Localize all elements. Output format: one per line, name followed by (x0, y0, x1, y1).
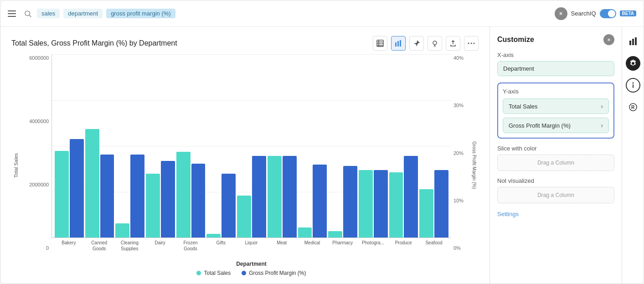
x-axis-label: X-axis (497, 52, 614, 58)
bar-teal-9[interactable] (328, 231, 342, 238)
svg-point-0 (25, 11, 30, 16)
bar-chart-button[interactable] (391, 36, 406, 51)
bar-blue-1[interactable] (100, 155, 114, 238)
bar-teal-12[interactable] (419, 189, 433, 238)
svg-text:R: R (631, 105, 635, 110)
bar-group-6 (237, 156, 266, 238)
bar-blue-5[interactable] (222, 174, 236, 238)
bar-teal-3[interactable] (146, 174, 160, 238)
chevron-right-icon-2: › (601, 122, 603, 129)
more-options-button[interactable] (464, 36, 479, 51)
svg-rect-16 (629, 41, 631, 45)
x-label-2: Cleaning Supplies (115, 240, 144, 260)
legend-total-sales-label: Total Sales (204, 270, 231, 276)
main-content: Total Sales, Gross Profit Margin (%) by … (0, 27, 644, 284)
x-label-4: Frozen Goods (176, 240, 205, 260)
y-item-total-sales[interactable]: Total Sales › (503, 98, 609, 114)
legend-teal-dot (196, 271, 201, 275)
bar-teal-2[interactable] (115, 223, 129, 238)
bar-teal-4[interactable] (176, 152, 191, 238)
bar-group-5 (206, 174, 236, 238)
chart-body: Total Sales 6000000 4000000 2000000 0 (11, 54, 479, 276)
chevron-right-icon: › (601, 103, 603, 110)
pin-button[interactable] (409, 36, 424, 51)
right-bar-chart-button[interactable] (626, 34, 640, 49)
slice-color-section: Slice with color Drag a Column (497, 145, 614, 171)
y-left-val-1: 6000000 (29, 55, 49, 61)
insight-button[interactable] (428, 36, 442, 51)
beta-badge: BETA (620, 10, 636, 16)
bar-blue-11[interactable] (404, 156, 418, 238)
tag-gpm[interactable]: gross profit margin (%) (106, 9, 175, 18)
bar-group-7 (268, 156, 297, 238)
svg-point-14 (471, 43, 472, 44)
searchiq-toggle[interactable] (600, 9, 616, 18)
svg-point-13 (468, 43, 469, 44)
share-button[interactable] (446, 36, 460, 51)
bar-blue-9[interactable] (343, 166, 357, 238)
legend-total-sales: Total Sales (196, 270, 231, 276)
toggle-switch[interactable] (600, 9, 616, 18)
panel-close-button[interactable]: × (603, 34, 614, 45)
x-axis-select[interactable]: Department (497, 61, 614, 76)
slice-color-drag-zone[interactable]: Drag a Column (497, 155, 614, 171)
bar-blue-4[interactable] (191, 164, 206, 238)
search-bar: sales department gross profit margin (%)… (0, 0, 644, 27)
y-axis-section: Y-axis Total Sales › Gross Profit Margin… (497, 83, 614, 139)
bar-blue-7[interactable] (283, 156, 297, 238)
right-settings-button[interactable] (626, 56, 640, 71)
bar-group-1 (85, 129, 114, 238)
x-axis-labels: BakeryCanned GoodsCleaning SuppliesDairy… (52, 240, 451, 260)
settings-link[interactable]: Settings (497, 211, 519, 217)
tag-department[interactable]: department (63, 9, 103, 18)
bar-teal-11[interactable] (389, 172, 403, 238)
bar-teal-6[interactable] (237, 196, 251, 238)
legend-gpm: Gross Profit Margin (%) (242, 270, 306, 276)
bar-teal-0[interactable] (55, 151, 69, 238)
bar-blue-10[interactable] (374, 170, 388, 238)
bar-teal-7[interactable] (268, 156, 282, 238)
y-left-val-2: 4000000 (29, 119, 49, 124)
svg-rect-17 (632, 39, 634, 45)
bar-teal-10[interactable] (359, 170, 373, 238)
chart-legend: Total Sales Gross Profit Margin (%) (52, 270, 451, 276)
x-label-9: Pharmacy (328, 240, 357, 260)
settings-section: Settings (497, 210, 614, 218)
not-visualized-label: Not visualized (497, 177, 614, 184)
not-visualized-drag-zone[interactable]: Drag a Column (497, 187, 614, 203)
y-axis-left-values: 6000000 4000000 2000000 0 (21, 54, 52, 276)
bar-teal-8[interactable] (298, 227, 312, 238)
y-axis-right-label-container: Gross Profit Margin (%) (469, 54, 479, 276)
chart-title: Total Sales, Gross Profit Margin (%) by … (11, 39, 177, 47)
y-left-val-4: 0 (46, 245, 49, 251)
panel-title: Customize (497, 36, 534, 44)
bar-blue-8[interactable] (313, 165, 327, 238)
x-label-3: Dairy (145, 240, 175, 260)
y-right-val-1: 40% (453, 55, 464, 61)
y-left-val-3: 2000000 (29, 182, 49, 187)
bar-blue-2[interactable] (130, 155, 144, 238)
svg-rect-8 (397, 41, 399, 46)
panel-header: Customize × (497, 34, 614, 45)
hamburger-menu[interactable] (8, 8, 19, 19)
bar-blue-0[interactable] (70, 139, 84, 238)
legend-blue-dot (242, 271, 246, 275)
customize-panel: Customize × X-axis Department Y-axis Tot… (489, 27, 622, 284)
table-view-button[interactable] (373, 36, 387, 51)
bar-teal-1[interactable] (85, 129, 99, 238)
bar-group-0 (55, 139, 84, 238)
bar-teal-5[interactable] (206, 234, 221, 238)
bar-blue-6[interactable] (252, 156, 266, 238)
bar-blue-3[interactable] (161, 161, 175, 238)
bar-blue-12[interactable] (434, 170, 448, 238)
x-label-1: Canned Goods (85, 240, 114, 260)
x-label-11: Produce (389, 240, 418, 260)
tag-sales[interactable]: sales (37, 9, 60, 18)
y-item-total-sales-label: Total Sales (509, 103, 538, 110)
y-item-gpm[interactable]: Gross Profit Margin (%) › (503, 118, 609, 133)
right-r-button[interactable]: R (626, 100, 640, 114)
x-axis-title: Department (52, 261, 451, 267)
right-info-button[interactable] (626, 78, 640, 93)
x-label-8: Medical (298, 240, 327, 260)
search-close-button[interactable]: × (555, 7, 567, 20)
